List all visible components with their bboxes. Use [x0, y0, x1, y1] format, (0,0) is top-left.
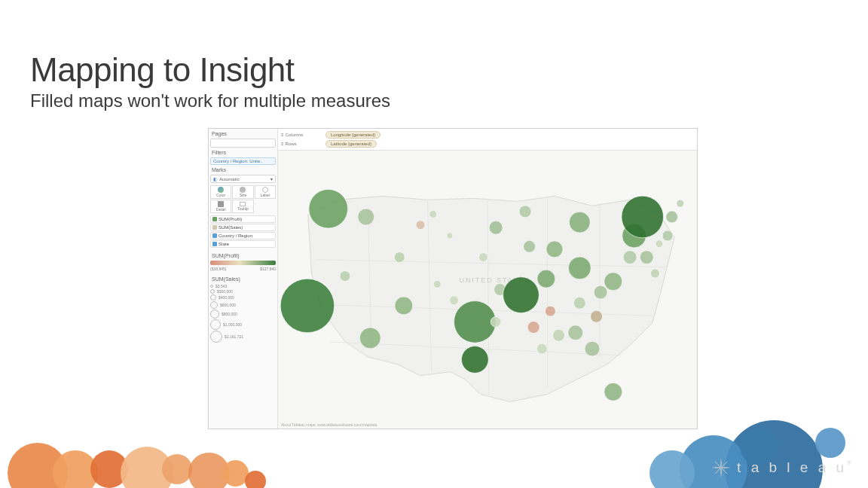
map-bubble[interactable]	[489, 221, 503, 234]
map-bubble[interactable]	[429, 210, 437, 218]
marks-size-cell[interactable]: Size	[232, 185, 253, 199]
slide-subtitle: Filled maps won't work for multiple meas…	[30, 90, 390, 111]
map-bubble[interactable]	[416, 221, 425, 230]
chevron-down-icon: ▾	[270, 176, 273, 181]
map-bubble[interactable]	[461, 346, 488, 374]
map-bubble[interactable]	[503, 277, 539, 313]
map-attribution: About Tableau maps: www.tableausoftware.…	[281, 422, 377, 427]
map-bubble[interactable]	[527, 322, 539, 334]
marks-tooltip-cell[interactable]: Tooltip	[232, 200, 253, 213]
map-bubble[interactable]	[623, 251, 637, 264]
mark-field-label: Country / Region	[219, 233, 252, 238]
map-bubble[interactable]	[568, 257, 591, 279]
filter-pill-country[interactable]: Country / Region: Unite..	[210, 157, 276, 165]
mark-field-row[interactable]: State	[210, 240, 276, 248]
size-legend-row: $400,000	[210, 294, 276, 300]
shelf-area: ≡Columns Longitude (generated) ≡Rows Lat…	[278, 129, 697, 151]
slide-title: Mapping to Insight	[30, 51, 295, 89]
map-svg: UNITED STATES	[278, 151, 697, 429]
map-bubble[interactable]	[545, 306, 555, 316]
marks-label-label: Label	[261, 193, 270, 197]
map-bubble[interactable]	[573, 297, 585, 309]
map-bubble[interactable]	[433, 280, 441, 288]
size-legend-label: $800,000	[222, 312, 237, 316]
map-bubble[interactable]	[536, 343, 547, 354]
map-bubble[interactable]	[553, 329, 565, 341]
map-bubble[interactable]	[594, 285, 607, 299]
map-bubble[interactable]	[519, 206, 531, 218]
pages-shelf[interactable]	[210, 139, 276, 148]
map-bubble[interactable]	[546, 241, 563, 258]
pages-shelf-label: Pages	[210, 130, 276, 137]
map-bubble[interactable]	[666, 211, 678, 223]
mark-field-swatch	[212, 217, 217, 221]
map-bubble[interactable]	[662, 230, 673, 241]
mark-field-row[interactable]: Country / Region	[210, 232, 276, 239]
map-bubble[interactable]	[478, 253, 487, 262]
map-bubble[interactable]	[656, 240, 663, 248]
map-bubble[interactable]	[454, 301, 497, 343]
viz-main: ≡Columns Longitude (generated) ≡Rows Lat…	[278, 129, 697, 429]
map-bubble[interactable]	[359, 328, 381, 349]
marks-card-label: Marks	[210, 166, 276, 173]
mark-field-label: State	[219, 242, 229, 246]
map-canvas[interactable]: UNITED STATES About Tableau maps: www.ta…	[278, 151, 697, 429]
map-bubble[interactable]	[447, 233, 453, 239]
map-bubble[interactable]	[394, 252, 405, 263]
map-bubble[interactable]	[650, 269, 659, 278]
rows-shelf-label: Rows	[286, 142, 297, 146]
color-legend-max: $127,840	[260, 267, 276, 271]
size-legend-dot	[210, 285, 213, 288]
columns-pill[interactable]: Longitude (generated)	[326, 131, 381, 139]
mark-field-swatch	[212, 233, 217, 238]
map-bubble[interactable]	[604, 273, 622, 291]
mark-field-row[interactable]: SUM(Profit)	[210, 215, 276, 223]
mark-field-swatch	[212, 242, 217, 246]
mark-fields-list: SUM(Profit)SUM(Sales)Country / RegionSta…	[210, 215, 276, 248]
mark-type-selector[interactable]: ◧ Automatic ▾	[210, 175, 276, 183]
automatic-icon: ◧	[213, 176, 218, 181]
map-bubble[interactable]	[395, 297, 413, 315]
map-bubble[interactable]	[450, 296, 459, 305]
map-bubble[interactable]	[309, 189, 348, 228]
size-legend-row: $300,000	[210, 289, 276, 294]
color-legend-title: SUM(Profit)	[210, 252, 276, 259]
map-bubble[interactable]	[358, 209, 374, 225]
map-bubble[interactable]	[622, 196, 664, 238]
marks-color-cell[interactable]: Color	[210, 185, 231, 199]
map-bubble[interactable]	[585, 341, 600, 356]
size-legend-dot	[210, 289, 215, 294]
size-legend-row: $800,000	[210, 310, 276, 319]
map-bubble[interactable]	[491, 316, 501, 327]
rows-icon: ≡	[281, 142, 284, 146]
marks-label-cell[interactable]: Label	[255, 185, 276, 199]
size-legend-row: $1,161,721	[210, 331, 276, 343]
size-legend-label: $3,543	[215, 284, 227, 288]
size-legend-label: $1,161,721	[225, 334, 243, 339]
size-legend-label: $1,000,000	[223, 322, 242, 327]
mark-field-row[interactable]: SUM(Sales)	[210, 224, 276, 231]
tableau-logo: t a b l e a u®	[711, 458, 851, 477]
map-bubble[interactable]	[569, 212, 590, 233]
map-bubble[interactable]	[568, 325, 583, 340]
size-legend-dot	[210, 319, 221, 330]
columns-shelf[interactable]: ≡Columns Longitude (generated)	[281, 131, 694, 139]
map-bubble[interactable]	[280, 279, 334, 332]
map-bubble[interactable]	[640, 251, 653, 264]
map-bubble[interactable]	[677, 200, 684, 207]
map-bubble[interactable]	[604, 383, 622, 401]
tableau-screenshot: Pages Filters Country / Region: Unite.. …	[208, 128, 698, 429]
map-bubble[interactable]	[340, 271, 350, 282]
size-legend-dot	[210, 331, 222, 343]
map-bubble[interactable]	[537, 270, 555, 288]
rows-pill[interactable]: Latitude (generated)	[326, 140, 377, 148]
marks-detail-cell[interactable]: Detail	[210, 200, 231, 213]
mark-field-label: SUM(Profit)	[219, 217, 242, 221]
map-bubble[interactable]	[524, 240, 536, 252]
size-legend-dot	[210, 301, 218, 309]
marks-tooltip-label: Tooltip	[237, 206, 248, 211]
columns-icon: ≡	[281, 133, 284, 137]
map-bubble[interactable]	[591, 310, 603, 322]
rows-shelf[interactable]: ≡Rows Latitude (generated)	[281, 140, 694, 148]
size-legend-dot	[210, 310, 219, 319]
